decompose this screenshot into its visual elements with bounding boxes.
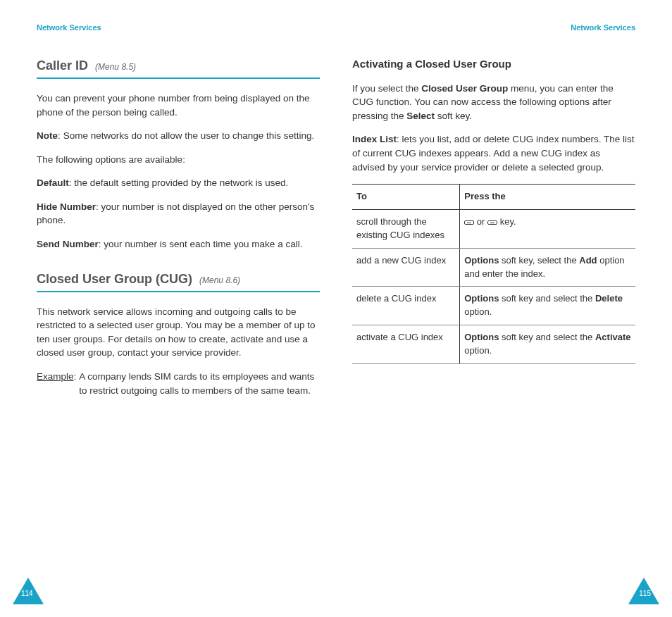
right-column: Activating a Closed User Group If you se… — [352, 56, 635, 364]
cell-key: Options soft key, select the Add option … — [460, 248, 635, 287]
nav-key-icon — [464, 220, 474, 225]
option-send-number: Send Number: your number is sent each ti… — [37, 237, 320, 251]
title-text: Closed User Group (CUG) — [37, 270, 192, 288]
running-header-right: Network Services — [571, 23, 635, 34]
example-text: A company lends SIM cards to its employe… — [79, 370, 320, 397]
activating-cug-heading: Activating a Closed User Group — [352, 56, 635, 72]
title-text: Caller ID — [37, 56, 88, 75]
index-list-desc: Index List: lets you list, add or delete… — [352, 132, 635, 174]
options-intro: The following options are available: — [37, 153, 320, 167]
cug-intro: This network service allows incoming and… — [37, 305, 320, 360]
example-block: Example: A company lends SIM cards to it… — [37, 370, 320, 397]
left-column: Caller ID (Menu 8.5) You can prevent you… — [37, 56, 320, 407]
note-block: Note: Some networks do not allow the use… — [37, 129, 320, 143]
note-text: Some networks do not allow the user to c… — [63, 129, 314, 143]
example-label: Example: — [37, 370, 76, 397]
cell-action: scroll through the existing CUG indexes — [352, 209, 460, 248]
option-hide-number: Hide Number: your number is not displaye… — [37, 200, 320, 228]
cell-action: activate a CUG index — [352, 325, 460, 364]
table-row: delete a CUG index Options soft key and … — [352, 287, 635, 325]
caller-id-intro: You can prevent your phone number from b… — [37, 92, 320, 119]
cell-action: delete a CUG index — [352, 287, 460, 325]
running-header-left: Network Services — [37, 23, 101, 34]
activating-cug-p1: If you select the Closed User Group menu… — [352, 82, 635, 123]
menu-ref: (Menu 8.5) — [95, 61, 136, 73]
option-default: Default: the default setting provided by… — [37, 176, 320, 190]
th-press: Press the — [460, 185, 635, 210]
note-label: Note: — [37, 129, 61, 143]
page-number-right: 115 — [639, 589, 651, 599]
table-row: add a new CUG index Options soft key, se… — [352, 248, 635, 287]
th-to: To — [352, 185, 460, 210]
page-number-left: 114 — [21, 589, 33, 599]
table-row: scroll through the existing CUG indexes … — [352, 209, 635, 248]
section-caller-id-title: Caller ID (Menu 8.5) — [37, 56, 320, 79]
cell-key: or key. — [460, 209, 635, 248]
cell-key: Options soft key and select the Activate… — [460, 325, 635, 364]
table-row: activate a CUG index Options soft key an… — [352, 325, 635, 364]
cell-key: Options soft key and select the Delete o… — [460, 287, 635, 325]
menu-ref: (Menu 8.6) — [199, 275, 240, 287]
cug-actions-table: To Press the scroll through the existing… — [352, 184, 635, 364]
section-cug-title: Closed User Group (CUG) (Menu 8.6) — [37, 270, 320, 292]
cell-action: add a new CUG index — [352, 248, 460, 287]
nav-key-icon — [487, 220, 497, 225]
